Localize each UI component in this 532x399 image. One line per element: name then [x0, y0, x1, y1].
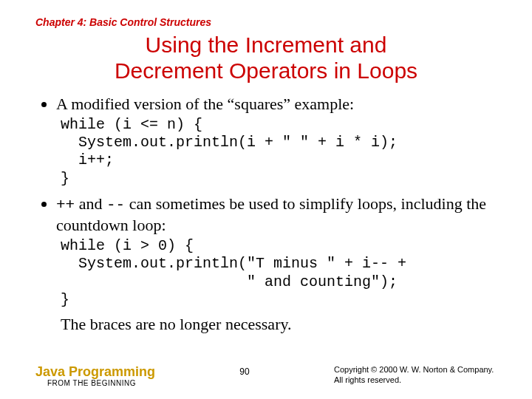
- title-line-2: Decrement Operators in Loops: [115, 58, 417, 83]
- copyright-line-2: All rights reserved.: [334, 375, 401, 384]
- closing-text: The braces are no longer necessary.: [61, 315, 497, 334]
- bullet-1: A modified version of the “squares” exam…: [56, 94, 497, 115]
- brand-main: Java Programming: [35, 365, 155, 378]
- bullet-2-mid: and: [75, 194, 106, 213]
- title-line-1: Using the Increment and: [146, 33, 387, 57]
- bullet-list: A modified version of the “squares” exam…: [35, 94, 497, 115]
- code-block-1: while (i <= n) { System.out.println(i + …: [61, 116, 497, 188]
- bullet-1-text: A modified version of the “squares” exam…: [56, 95, 354, 113]
- bullet-list-2: ++ and -- can sometimes be used to simpl…: [35, 194, 497, 236]
- page-number: 90: [239, 365, 249, 377]
- copyright-line-1: Copyright © 2000 W. W. Norton & Company.: [334, 365, 494, 374]
- dec-operator: --: [106, 197, 125, 214]
- inc-operator: ++: [56, 197, 75, 214]
- copyright: Copyright © 2000 W. W. Norton & Company.…: [334, 365, 511, 386]
- bullet-2: ++ and -- can sometimes be used to simpl…: [56, 194, 497, 236]
- slide-page: Chapter 4: Basic Control Structures Usin…: [0, 0, 532, 334]
- code-block-2: while (i > 0) { System.out.println("T mi…: [61, 237, 497, 310]
- slide-title: Using the Increment and Decrement Operat…: [35, 33, 497, 83]
- footer-brand: Java Programming FROM THE BEGINNING: [35, 365, 155, 387]
- slide-footer: Java Programming FROM THE BEGINNING 90 C…: [35, 365, 511, 387]
- chapter-header: Chapter 4: Basic Control Structures: [35, 16, 497, 28]
- brand-sub: FROM THE BEGINNING: [47, 380, 155, 387]
